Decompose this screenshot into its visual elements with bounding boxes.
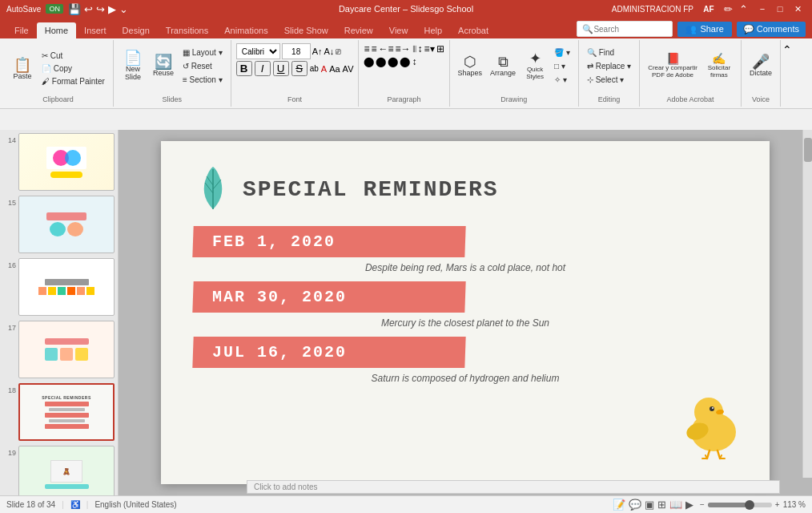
shapes-button[interactable]: ⬡ Shapes [455,43,486,88]
maximize-button[interactable]: □ [772,2,788,15]
underline-button[interactable]: U [273,61,289,76]
save-icon[interactable]: 💾 [68,3,81,15]
accessibility-icon[interactable]: ♿ [70,500,80,509]
undo-icon[interactable]: ↩ [84,3,93,15]
bullet-list-button[interactable]: ≡ [364,43,369,55]
font-size-input[interactable] [282,43,311,59]
new-slide-button[interactable]: 📄 NewSlide [119,43,147,88]
numbered-list-button[interactable]: ≡ [371,43,376,55]
columns-button[interactable]: ⫴ [412,43,416,55]
zoom-out-button[interactable]: − [700,500,705,509]
cut-button[interactable]: ✂ Cut [38,50,108,62]
align-text-button[interactable]: ≡▾ [424,43,435,55]
align-right-button[interactable]: ⬤ [388,56,398,67]
notes-icon[interactable]: 📝 [613,499,625,511]
redo-icon[interactable]: ↪ [96,3,105,15]
autosave-toggle[interactable]: ON [46,4,63,14]
line-spacing-button[interactable]: ↕ [412,56,416,67]
tab-file[interactable]: File [6,22,37,38]
tab-transitions[interactable]: Transitions [158,22,216,38]
dictate-button[interactable]: 🎤 Dictate [746,43,775,88]
copy-button[interactable]: 📄 Copy [38,63,108,75]
slideshow-icon[interactable]: ▶ [685,499,693,511]
slide-thumb-18[interactable]: 18 SPECIAL REMINDERS [3,383,115,441]
search-box[interactable]: 🔍 [577,21,673,37]
ribbon-collapse-button[interactable]: ⌃ [782,43,792,56]
pen-icon[interactable]: ✏ [724,3,733,15]
comments-panel-icon[interactable]: 💬 [629,499,641,511]
normal-view-icon[interactable]: ▣ [645,499,654,511]
layout-button[interactable]: ▦ Layout ▾ [179,46,226,59]
slide-preview-18[interactable]: SPECIAL REMINDERS [18,383,115,441]
tab-insert[interactable]: Insert [76,22,115,38]
font-increase-icon[interactable]: A↑ [312,46,323,56]
present-icon[interactable]: ▶ [108,3,116,15]
text-shadow-button[interactable]: ab [310,64,319,73]
zoom-in-button[interactable]: + [775,500,780,509]
slide-sorter-icon[interactable]: ⊞ [657,499,666,511]
create-pdf-button[interactable]: 📕 Crear y compartirPDF de Adobe [645,43,701,88]
font-decrease-icon[interactable]: A↓ [324,46,335,56]
user-avatar[interactable]: AF [700,0,718,18]
slide-preview-14[interactable] [18,133,115,191]
align-center-button[interactable]: ⬤ [376,56,386,67]
language[interactable]: English (United States) [94,500,176,509]
click-to-add-notes[interactable]: Click to add notes [247,480,780,494]
search-input[interactable] [593,25,665,34]
paste-button[interactable]: 📋 Paste [8,46,37,91]
slide-thumb-14[interactable]: 14 [3,133,115,191]
shape-outline-button[interactable]: □ ▾ [551,60,573,72]
vertical-scrollbar[interactable] [802,130,812,478]
ribbon-collapse-icon[interactable]: ⌃ [739,3,748,15]
italic-button[interactable]: I [255,61,271,76]
find-button[interactable]: 🔍 Find [584,46,634,59]
slide-preview-16[interactable] [18,258,115,316]
reading-view-icon[interactable]: 📖 [669,499,682,511]
tab-design[interactable]: Design [115,22,158,38]
slide-thumb-15[interactable]: 15 [3,196,115,253]
section-button[interactable]: ≡ Section ▾ [179,74,226,86]
decrease-indent-button[interactable]: ←≡ [379,43,394,55]
select-button[interactable]: ⊹ Select ▾ [584,74,634,86]
slide-thumb-16[interactable]: 16 [3,258,115,316]
zoom-slider[interactable] [708,503,772,507]
slide-preview-19[interactable]: 🧸 [18,446,115,495]
smartart-button[interactable]: ⊞ [436,43,444,55]
replace-button[interactable]: ⇄ Replace ▾ [584,60,634,72]
tab-help[interactable]: Help [416,22,450,38]
slide-thumb-17[interactable]: 17 [3,321,115,378]
zoom-level[interactable]: 113 % [783,500,806,509]
share-button[interactable]: 👥 Share [677,22,731,37]
minimize-button[interactable]: − [754,2,770,15]
comments-button[interactable]: 💬 Comments [737,22,806,37]
shape-effects-button[interactable]: ✧ ▾ [551,74,573,86]
tab-view[interactable]: View [381,22,416,38]
tab-acrobat[interactable]: Acrobat [450,22,496,38]
reset-button[interactable]: ↺ Reset [179,60,226,72]
slide-preview-15[interactable] [18,196,115,253]
slide-preview-17[interactable] [18,321,115,378]
dropdown-icon[interactable]: ⌄ [119,3,128,15]
font-color-button[interactable]: A [321,64,327,74]
bold-button[interactable]: B [236,61,252,76]
align-left-button[interactable]: ⬤ [364,56,374,67]
request-signatures-button[interactable]: ✍ Solicitarfirmas [702,43,736,88]
tab-slideshow[interactable]: Slide Show [276,22,336,38]
format-painter-button[interactable]: 🖌 Format Painter [38,75,108,87]
tab-animations[interactable]: Animations [216,22,275,38]
font-family-select[interactable]: Calibri [236,43,280,59]
quick-styles-button[interactable]: ✦ QuickStyles [521,43,549,88]
tab-review[interactable]: Review [336,22,381,38]
justify-button[interactable]: ⬤ [400,56,410,67]
shape-fill-button[interactable]: 🪣 ▾ [551,46,573,59]
slide-thumb-19[interactable]: 19 🧸 [3,446,115,495]
reuse-slides-button[interactable]: 🔄 Reuse [149,43,178,88]
arrange-button[interactable]: ⧉ Arrange [487,43,519,88]
clear-format-icon[interactable]: ⎚ [336,46,341,56]
tab-home[interactable]: Home [37,22,76,38]
font-highlight-button[interactable]: Aa [329,64,340,74]
increase-indent-button[interactable]: ≡→ [396,43,411,55]
strikethrough-button[interactable]: S [291,61,308,76]
close-button[interactable]: ✕ [790,2,806,15]
char-spacing-button[interactable]: AV [343,64,354,74]
